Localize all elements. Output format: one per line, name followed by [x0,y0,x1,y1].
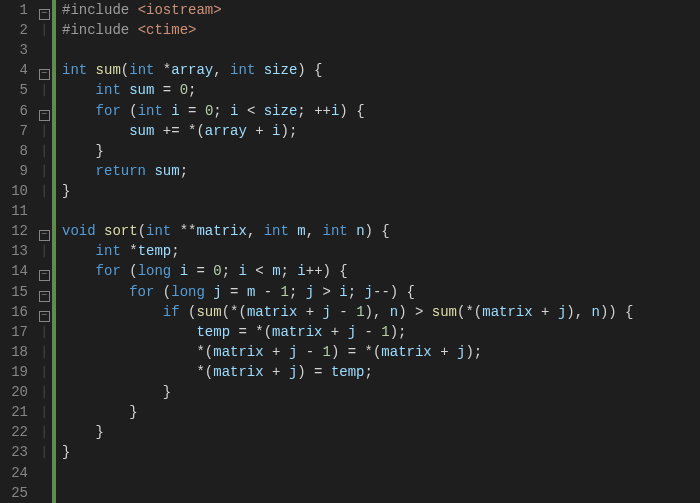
token-type: long [171,284,213,300]
token-punct: + [264,344,289,360]
code-line[interactable] [62,40,634,60]
code-line[interactable]: } [62,141,634,161]
code-line[interactable]: } [62,402,634,422]
token-param: temp [331,364,365,380]
line-number: 11 [0,201,28,221]
token-punct: ; [171,243,179,259]
code-line[interactable] [62,201,634,221]
code-line[interactable]: } [62,181,634,201]
token-type: int [96,82,130,98]
token-param: j [365,284,373,300]
line-number: 9 [0,161,28,181]
token-punct: ( [138,223,146,239]
fold-marker[interactable]: − [36,282,52,302]
token-punct [62,243,96,259]
token-str: <iostream> [138,2,222,18]
token-punct: ; [222,263,239,279]
code-line[interactable]: for (long j = m - 1; j > i; j--) { [62,282,634,302]
fold-marker[interactable]: − [36,0,52,20]
token-punct [62,263,96,279]
fold-minus-icon[interactable]: − [39,69,50,80]
fold-marker: │ [36,241,52,261]
fold-marker: │ [36,322,52,342]
token-kw: for [96,263,121,279]
token-num: 0 [180,82,188,98]
fold-minus-icon[interactable]: − [39,110,50,121]
token-num: 1 [356,304,364,320]
fold-marker: │ [36,161,52,181]
code-line[interactable] [62,483,634,503]
token-punct: - [356,324,381,340]
token-param: n [390,304,398,320]
code-line[interactable]: *(matrix + j) = temp; [62,362,634,382]
code-line[interactable]: int sum = 0; [62,80,634,100]
code-line[interactable] [62,463,634,483]
code-line[interactable]: #include <iostream> [62,0,634,20]
token-punct: + [264,364,289,380]
fold-marker[interactable]: − [36,101,52,121]
token-type: int [264,223,298,239]
fold-marker[interactable]: − [36,221,52,241]
fold-minus-icon[interactable]: − [39,311,50,322]
code-line[interactable]: #include <ctime> [62,20,634,40]
code-line[interactable]: void sort(int **matrix, int m, int n) { [62,221,634,241]
line-number: 22 [0,422,28,442]
token-punct: ++) { [306,263,348,279]
token-param: m [297,223,305,239]
fold-marker[interactable]: − [36,302,52,322]
fold-marker [36,463,52,483]
line-number: 4 [0,60,28,80]
line-number: 25 [0,483,28,503]
code-line[interactable]: } [62,382,634,402]
fold-marker: │ [36,402,52,422]
fold-marker [36,40,52,60]
token-punct: } [62,143,104,159]
code-line[interactable]: for (long i = 0; i < m; i++) { [62,261,634,281]
code-line[interactable]: int sum(int *array, int size) { [62,60,634,80]
token-punct: ( [121,103,138,119]
fold-marker[interactable]: − [36,261,52,281]
fold-marker[interactable]: − [36,60,52,80]
token-punct: ); [281,123,298,139]
token-param: size [264,103,298,119]
token-punct: - [331,304,356,320]
token-preproc-kw: #include [62,2,138,18]
token-param: matrix [272,324,322,340]
code-line[interactable]: } [62,442,634,462]
fold-gutter[interactable]: −│−│−││││−│−−−│││││││ [36,0,52,503]
fold-minus-icon[interactable]: − [39,291,50,302]
code-line[interactable]: sum += *(array + i); [62,121,634,141]
fold-marker: │ [36,422,52,442]
code-editor[interactable]: 1234567891011121314151617181920212223242… [0,0,700,503]
token-num: 1 [381,324,389,340]
fold-minus-icon[interactable]: − [39,270,50,281]
fold-minus-icon[interactable]: − [39,230,50,241]
token-param: i [339,284,347,300]
code-line[interactable]: return sum; [62,161,634,181]
line-number: 24 [0,463,28,483]
fold-marker: │ [36,181,52,201]
token-param: i [239,263,247,279]
token-punct: ), [566,304,591,320]
token-punct: * [129,243,137,259]
token-punct: ) { [297,62,322,78]
code-line[interactable]: temp = *(matrix + j - 1); [62,322,634,342]
token-punct: ( [180,304,197,320]
code-line[interactable]: } [62,422,634,442]
token-punct: = [222,284,247,300]
token-param: i [180,263,188,279]
code-area[interactable]: #include <iostream>#include <ctime>int s… [56,0,634,503]
line-number: 21 [0,402,28,422]
line-number: 8 [0,141,28,161]
token-punct [62,284,129,300]
token-type: int [96,243,130,259]
token-param: array [205,123,247,139]
code-line[interactable]: for (int i = 0; i < size; ++i) { [62,101,634,121]
code-line[interactable]: int *temp; [62,241,634,261]
fold-minus-icon[interactable]: − [39,9,50,20]
code-line[interactable]: *(matrix + j - 1) = *(matrix + j); [62,342,634,362]
code-line[interactable]: if (sum(*(matrix + j - 1), n) > sum(*(ma… [62,302,634,322]
token-param: n [356,223,364,239]
token-punct: += *( [154,123,204,139]
token-punct: ); [390,324,407,340]
